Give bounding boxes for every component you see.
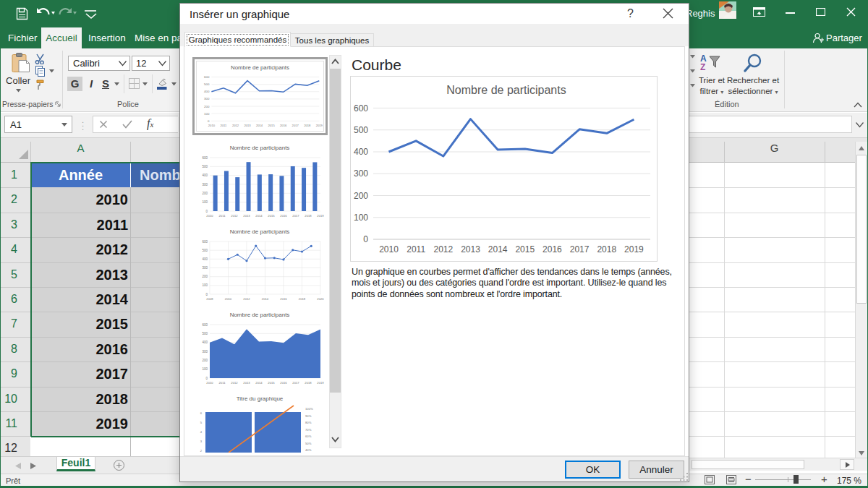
svg-text:4: 4 bbox=[200, 430, 203, 434]
svg-text:3: 3 bbox=[200, 440, 203, 443]
svg-text:2017: 2017 bbox=[570, 244, 590, 254]
svg-text:40%: 40% bbox=[305, 448, 312, 452]
svg-text:Nombre de participants: Nombre de participants bbox=[230, 145, 290, 151]
svg-text:200: 200 bbox=[202, 275, 208, 278]
svg-text:300: 300 bbox=[202, 266, 208, 270]
svg-text:6: 6 bbox=[200, 411, 203, 415]
svg-text:2012: 2012 bbox=[243, 297, 250, 301]
svg-text:2015: 2015 bbox=[268, 124, 276, 127]
svg-text:400: 400 bbox=[202, 174, 208, 177]
svg-text:2013: 2013 bbox=[243, 214, 250, 218]
svg-text:100: 100 bbox=[202, 200, 208, 204]
svg-text:2010: 2010 bbox=[206, 381, 213, 385]
svg-text:500: 500 bbox=[202, 249, 208, 252]
svg-text:2016: 2016 bbox=[280, 381, 287, 385]
svg-text:400: 400 bbox=[354, 147, 368, 157]
svg-text:300: 300 bbox=[354, 168, 368, 179]
svg-text:5: 5 bbox=[200, 421, 203, 424]
svg-text:600: 600 bbox=[202, 323, 208, 327]
svg-text:2018: 2018 bbox=[305, 381, 312, 385]
svg-text:2018: 2018 bbox=[305, 214, 312, 218]
svg-text:0: 0 bbox=[205, 210, 208, 213]
svg-text:2013: 2013 bbox=[461, 244, 480, 254]
svg-text:400: 400 bbox=[202, 257, 208, 261]
svg-text:300: 300 bbox=[204, 97, 210, 100]
svg-text:200: 200 bbox=[202, 359, 208, 362]
svg-text:2015: 2015 bbox=[515, 244, 535, 254]
svg-text:300: 300 bbox=[202, 350, 208, 354]
svg-text:50%: 50% bbox=[305, 442, 312, 445]
svg-text:600: 600 bbox=[202, 240, 208, 244]
svg-text:0: 0 bbox=[363, 234, 368, 244]
svg-text:2011: 2011 bbox=[218, 214, 226, 218]
svg-text:2012: 2012 bbox=[433, 244, 453, 254]
svg-text:2014: 2014 bbox=[255, 381, 263, 385]
svg-text:2016: 2016 bbox=[280, 297, 287, 301]
svg-text:2020: 2020 bbox=[317, 297, 324, 301]
svg-text:80%: 80% bbox=[305, 421, 312, 424]
svg-text:2018: 2018 bbox=[597, 244, 616, 254]
svg-text:2019: 2019 bbox=[317, 214, 324, 218]
svg-text:100: 100 bbox=[204, 112, 210, 116]
svg-text:60%: 60% bbox=[305, 435, 312, 438]
svg-text:2017: 2017 bbox=[292, 214, 299, 218]
svg-text:200: 200 bbox=[354, 191, 368, 201]
svg-text:200: 200 bbox=[202, 192, 208, 195]
svg-text:2016: 2016 bbox=[280, 214, 287, 218]
svg-text:2012: 2012 bbox=[231, 381, 238, 385]
svg-text:Nombre de participants: Nombre de participants bbox=[230, 228, 290, 235]
svg-text:2015: 2015 bbox=[268, 214, 275, 218]
svg-text:2016: 2016 bbox=[280, 124, 287, 127]
svg-text:2017: 2017 bbox=[292, 381, 299, 385]
svg-text:0: 0 bbox=[208, 119, 210, 123]
svg-text:100%: 100% bbox=[305, 407, 313, 411]
svg-text:2010: 2010 bbox=[225, 297, 232, 301]
svg-text:2013: 2013 bbox=[243, 381, 250, 385]
svg-text:2016: 2016 bbox=[542, 244, 562, 254]
svg-text:500: 500 bbox=[202, 332, 208, 335]
svg-text:Nombre de participants: Nombre de participants bbox=[446, 84, 566, 96]
svg-text:400: 400 bbox=[204, 90, 210, 93]
svg-text:500: 500 bbox=[202, 165, 208, 168]
svg-text:2014: 2014 bbox=[262, 297, 269, 301]
svg-text:2010: 2010 bbox=[208, 124, 216, 127]
svg-text:2015: 2015 bbox=[268, 381, 275, 385]
svg-text:300: 300 bbox=[202, 183, 208, 187]
svg-text:100: 100 bbox=[354, 213, 368, 223]
svg-text:500: 500 bbox=[354, 125, 368, 135]
svg-text:2010: 2010 bbox=[379, 244, 399, 254]
svg-text:2014: 2014 bbox=[488, 244, 508, 254]
svg-text:2013: 2013 bbox=[244, 124, 251, 127]
svg-text:2018: 2018 bbox=[304, 124, 311, 127]
svg-text:2019: 2019 bbox=[317, 381, 324, 385]
svg-text:0: 0 bbox=[205, 377, 208, 380]
svg-text:2011: 2011 bbox=[407, 244, 425, 254]
svg-text:Titre du graphique: Titre du graphique bbox=[237, 395, 284, 402]
svg-text:70%: 70% bbox=[305, 428, 312, 432]
svg-text:2019: 2019 bbox=[624, 244, 644, 254]
svg-text:2014: 2014 bbox=[256, 124, 263, 127]
svg-text:Nombre de participants: Nombre de participants bbox=[231, 64, 289, 71]
svg-text:600: 600 bbox=[354, 103, 368, 114]
svg-text:100: 100 bbox=[202, 367, 208, 371]
svg-text:0: 0 bbox=[205, 293, 208, 296]
svg-text:500: 500 bbox=[204, 82, 210, 86]
svg-text:200: 200 bbox=[204, 105, 210, 108]
svg-text:2012: 2012 bbox=[231, 214, 238, 218]
svg-text:2008: 2008 bbox=[206, 297, 213, 301]
svg-text:Nombre de participants: Nombre de participants bbox=[230, 312, 290, 318]
svg-text:2011: 2011 bbox=[221, 124, 228, 127]
svg-text:2010: 2010 bbox=[206, 214, 213, 218]
svg-text:600: 600 bbox=[202, 156, 208, 160]
svg-text:2: 2 bbox=[200, 449, 203, 453]
svg-text:400: 400 bbox=[202, 341, 208, 344]
svg-text:100: 100 bbox=[202, 283, 208, 287]
svg-text:2014: 2014 bbox=[255, 214, 263, 218]
svg-text:90%: 90% bbox=[305, 414, 312, 418]
svg-text:2011: 2011 bbox=[218, 381, 226, 385]
svg-text:2018: 2018 bbox=[299, 297, 306, 301]
svg-text:2019: 2019 bbox=[316, 124, 323, 127]
svg-text:600: 600 bbox=[204, 75, 210, 79]
svg-text:2012: 2012 bbox=[232, 124, 239, 127]
svg-text:2017: 2017 bbox=[292, 124, 299, 127]
